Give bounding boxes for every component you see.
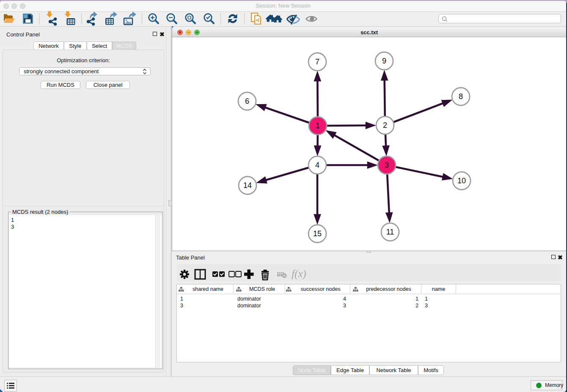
svg-text:4: 4	[315, 161, 319, 169]
svg-text:10: 10	[457, 177, 466, 185]
svg-text:1: 1	[316, 121, 320, 130]
svg-text:2: 2	[383, 121, 387, 130]
svg-text:15: 15	[313, 229, 322, 238]
svg-text:6: 6	[245, 97, 249, 105]
svg-text:3: 3	[385, 161, 389, 169]
svg-text:9: 9	[382, 57, 386, 65]
svg-text:11: 11	[386, 228, 394, 236]
svg-text:14: 14	[243, 181, 252, 190]
svg-text:7: 7	[315, 58, 319, 66]
svg-text:8: 8	[459, 92, 463, 101]
svg-text:f(x): f(x)	[292, 268, 306, 280]
